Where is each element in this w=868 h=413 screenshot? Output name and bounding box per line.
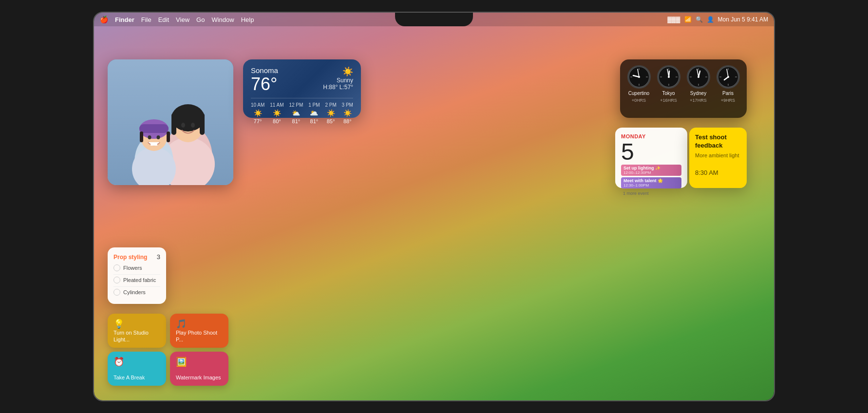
weather-highlow: H:88° L:57° xyxy=(323,84,353,91)
notes-divider-1 xyxy=(113,286,160,287)
datetime-label: Mon Jun 5 9:41 AM xyxy=(718,16,768,23)
calendar-event-text-1: Meet with talent 🌟 12:30–1:00PM xyxy=(623,178,663,188)
svg-rect-7 xyxy=(200,113,205,135)
shortcut-watermark[interactable]: 🖼️ Watermark Images xyxy=(170,352,228,386)
notes-widget: Prop styling 3 Flowers Pleated fabric Cy… xyxy=(108,247,166,304)
user-icon: 👤 xyxy=(707,16,714,23)
calendar-events: Set up lighting ✨ 12:00–12:30PM Meet wit… xyxy=(621,165,681,196)
weather-time-2: 12 PM xyxy=(289,102,303,108)
clock-svg-sydney xyxy=(688,66,709,88)
notes-item-text-1: Pleated fabric xyxy=(123,277,156,283)
clock-face-tokyo xyxy=(657,65,680,89)
clock-svg-cupertino xyxy=(628,66,650,88)
shortcut-playlist[interactable]: 🎵 Play Photo Shoot P... xyxy=(170,314,228,348)
weather-hour-2: 12 PM ⛅ 81° xyxy=(289,102,303,124)
weather-widget: Sonoma 76° ☀️ Sunny H:88° L:57° 10 AM ☀️… xyxy=(243,59,361,118)
clock-tz-paris: +9HRS xyxy=(721,98,735,103)
svg-rect-6 xyxy=(171,113,176,135)
weather-icon-2: ⛅ xyxy=(292,109,300,117)
shortcut-label-0: Turn on Studio Light... xyxy=(113,329,160,343)
weather-location: Sonoma 76° xyxy=(251,66,278,94)
finder-menu[interactable]: Finder xyxy=(115,16,134,23)
weather-time-4: 2 PM xyxy=(325,102,336,108)
notes-item-0: Flowers xyxy=(113,264,160,271)
screen: 🍎 Finder File Edit View Go Window Help ▓… xyxy=(94,13,774,400)
help-menu[interactable]: Help xyxy=(241,16,254,23)
clock-tz-tokyo: +16HRS xyxy=(660,98,677,103)
clock-tokyo: Tokyo +16HRS xyxy=(656,65,681,112)
weather-temp-0: 77° xyxy=(254,118,262,124)
reminder-widget: Test shoot feedback More ambient light 8… xyxy=(689,128,747,188)
weather-icon-1: ☀️ xyxy=(273,109,281,117)
edit-menu[interactable]: Edit xyxy=(158,16,169,23)
notes-circle-2 xyxy=(113,289,120,296)
view-menu[interactable]: View xyxy=(176,16,189,23)
notes-divider-0 xyxy=(113,274,160,275)
notes-item-text-0: Flowers xyxy=(123,265,142,271)
svg-rect-14 xyxy=(139,124,169,133)
notes-title: Prop styling xyxy=(113,254,147,261)
clock-city-cupertino: Cupertino xyxy=(628,91,649,96)
notes-circle-0 xyxy=(113,264,120,271)
shortcut-studio-light[interactable]: 💡 Turn on Studio Light... xyxy=(108,314,166,348)
notes-header: Prop styling 3 xyxy=(113,253,160,261)
wifi-icon: 📶 xyxy=(684,16,692,23)
weather-hour-5: 3 PM ☀️ 88° xyxy=(342,102,353,124)
clock-svg-paris xyxy=(717,66,739,88)
notes-count: 3 xyxy=(157,253,160,261)
svg-rect-16 xyxy=(167,131,170,142)
photo-content xyxy=(108,59,233,185)
svg-point-5 xyxy=(171,104,205,131)
clock-face-sydney xyxy=(687,65,710,89)
weather-hour-0: 10 AM ☀️ 77° xyxy=(251,102,264,124)
weather-temp-2: 81° xyxy=(292,118,301,124)
shortcut-label-3: Watermark Images xyxy=(176,374,223,381)
window-menu[interactable]: Window xyxy=(211,16,234,23)
svg-point-18 xyxy=(157,135,160,139)
reminder-title: Test shoot feedback xyxy=(695,133,741,150)
svg-point-43 xyxy=(698,76,699,78)
shortcut-break[interactable]: ⏰ Take A Break xyxy=(108,352,166,386)
weather-timeline: 10 AM ☀️ 77° 11 AM ☀️ 80° 12 PM ⛅ 81° xyxy=(251,98,353,124)
weather-time-5: 3 PM xyxy=(342,102,353,108)
shortcut-icon-3: 🖼️ xyxy=(176,357,223,367)
weather-city: Sonoma xyxy=(251,66,278,75)
clock-svg-tokyo xyxy=(658,66,679,88)
battery-icon: ▓▓▓ xyxy=(667,16,680,23)
weather-temp-5: 88° xyxy=(343,118,352,124)
calendar-day-number: 5 xyxy=(621,140,681,164)
notes-item-1: Pleated fabric xyxy=(113,277,160,283)
weather-hour-4: 2 PM ☀️ 85° xyxy=(325,102,336,124)
shortcut-label-1: Play Photo Shoot P... xyxy=(176,329,223,343)
svg-rect-19 xyxy=(151,143,157,146)
weather-temp-1: 80° xyxy=(273,118,281,124)
svg-point-9 xyxy=(191,123,195,128)
photo-widget xyxy=(108,59,233,185)
weather-time-3: 1 PM xyxy=(308,102,320,108)
apple-logo-icon[interactable]: 🍎 xyxy=(100,16,108,23)
shortcut-icon-0: 💡 xyxy=(113,319,160,329)
calendar-more: 1 more event xyxy=(621,191,681,196)
svg-point-17 xyxy=(148,135,151,139)
svg-point-51 xyxy=(727,76,729,78)
svg-rect-15 xyxy=(140,131,143,142)
clock-face-paris xyxy=(717,65,740,89)
go-menu[interactable]: Go xyxy=(196,16,205,23)
calendar-event-text-0: Set up lighting ✨ 12:00–12:30PM xyxy=(623,166,660,175)
clock-tz-sydney: +17HRS xyxy=(690,98,706,103)
weather-icon-5: ☀️ xyxy=(343,109,352,117)
weather-icon-3: 🌥️ xyxy=(310,109,318,117)
clock-paris: Paris +9HRS xyxy=(715,65,741,112)
weather-hour-3: 1 PM 🌥️ 81° xyxy=(308,102,320,124)
reminder-subtitle: More ambient light xyxy=(695,152,741,159)
file-menu[interactable]: File xyxy=(141,16,151,23)
mac-frame: 🍎 Finder File Edit View Go Window Help ▓… xyxy=(93,12,775,401)
desktop: Sonoma 76° ☀️ Sunny H:88° L:57° 10 AM ☀️… xyxy=(94,26,774,400)
search-icon[interactable]: 🔍 xyxy=(696,16,703,23)
weather-hour-1: 11 AM ☀️ 80° xyxy=(270,102,283,124)
notes-item-text-2: Cylinders xyxy=(123,289,146,295)
weather-icon-4: ☀️ xyxy=(327,109,335,117)
weather-top: Sonoma 76° ☀️ Sunny H:88° L:57° xyxy=(251,66,353,94)
clock-cupertino: Cupertino +0HRS xyxy=(626,65,652,112)
calendar-event-1: Meet with talent 🌟 12:30–1:00PM xyxy=(621,177,681,188)
